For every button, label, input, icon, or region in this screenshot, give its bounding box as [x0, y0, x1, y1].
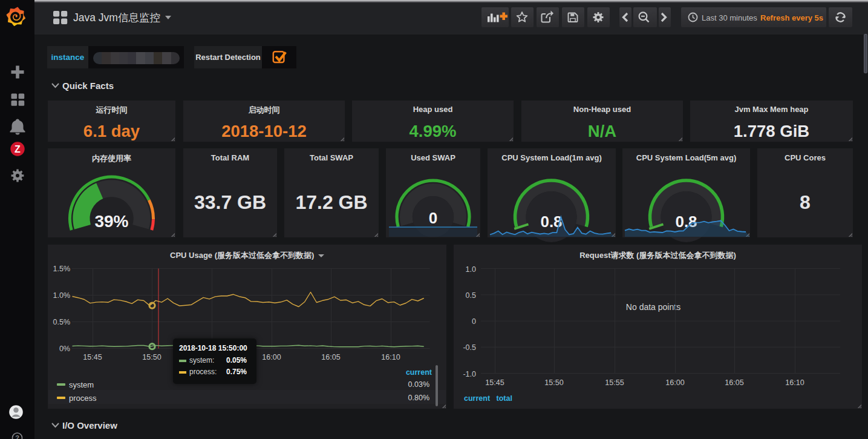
svg-text:?: ? — [15, 434, 19, 439]
svg-text:Z: Z — [15, 144, 21, 154]
